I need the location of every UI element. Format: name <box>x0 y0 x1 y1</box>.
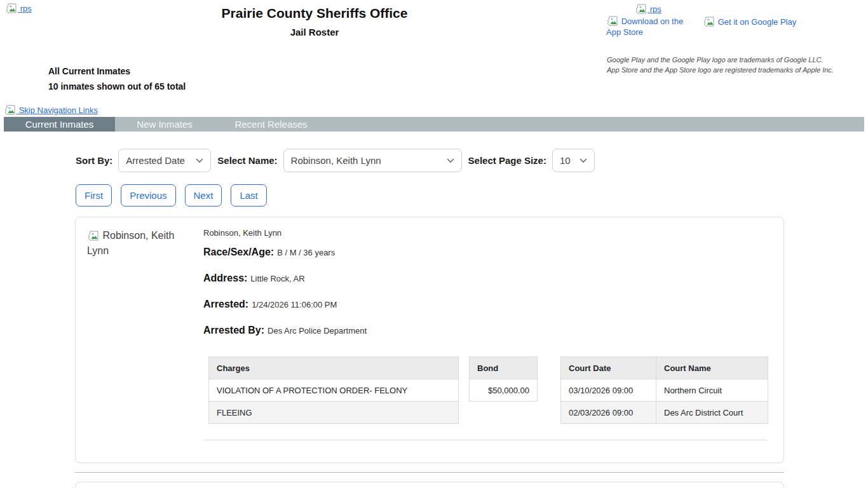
chevron-down-icon <box>189 158 203 163</box>
appstore-badge-link[interactable]: Download on the App Store <box>606 16 690 37</box>
roster-heading: All Current Inmates <box>48 64 186 79</box>
inmate-name: Robinson, Keith Lynn <box>203 228 367 238</box>
page-size-value: 10 <box>560 155 571 166</box>
page-header: rps Prairie County Sheriffs Office Jail … <box>0 0 868 100</box>
bond-table: Bond $50,000.00 <box>469 356 538 402</box>
charge-cell: FLEEING <box>209 402 459 424</box>
broken-image-icon <box>4 105 15 115</box>
charges-table: Charges VIOLATION OF A PROTECTION ORDER-… <box>208 356 459 424</box>
broken-image-icon <box>703 17 714 27</box>
race-sex-age-label: Race/Sex/Age: <box>203 247 274 257</box>
page-subtitle: Jail Roster <box>0 27 629 37</box>
googleplay-badge-link[interactable]: Get it on Google Play <box>703 17 796 27</box>
address-value: Little Rock, AR <box>250 274 304 283</box>
select-name-label: Select Name: <box>217 155 277 166</box>
court-name-header: Court Name <box>656 357 768 379</box>
bond-cell: $50,000.00 <box>470 379 538 402</box>
card-divider-rule <box>203 440 766 440</box>
app-store-block: rps Download on the App Store Get it on … <box>606 4 860 37</box>
broken-image-icon <box>635 4 646 14</box>
pagination: First Previous Next Last <box>76 184 868 207</box>
broken-image-icon <box>606 16 618 26</box>
table-row: FLEEING <box>209 402 459 424</box>
sort-by-label: Sort By: <box>76 155 112 166</box>
broken-image-icon <box>87 231 98 241</box>
table-row: VIOLATION OF A PROTECTION ORDER- FELONY <box>209 379 459 402</box>
sort-by-select[interactable]: Arrested Date <box>118 149 211 172</box>
arrested-by-label: Arrested By: <box>203 325 264 336</box>
next-inmate-card <box>75 482 784 488</box>
chevron-down-icon <box>440 158 454 163</box>
filter-controls: Sort By: Arrested Date Select Name: Robi… <box>76 149 868 172</box>
court-date-header: Court Date <box>561 357 656 379</box>
arrested-value: 1/24/2026 11:06:00 PM <box>252 300 337 309</box>
main-navbar: Current Inmates New Inmates Recent Relea… <box>4 117 864 132</box>
next-page-button[interactable]: Next <box>185 184 222 207</box>
table-row: $50,000.00 <box>470 379 538 402</box>
skip-navigation-link[interactable]: Skip Navigation Links <box>4 105 98 115</box>
last-page-button[interactable]: Last <box>231 184 266 207</box>
trademark-line-google: Google Play and the Google Play logo are… <box>607 55 836 65</box>
charges-header: Charges <box>209 357 459 379</box>
bond-header: Bond <box>470 357 538 379</box>
chevron-down-icon <box>573 158 587 163</box>
page-title: Prairie County Sheriffs Office <box>0 6 629 21</box>
tab-new-inmates[interactable]: New Inmates <box>115 117 214 132</box>
charge-cell: VIOLATION OF A PROTECTION ORDER- FELONY <box>209 379 459 402</box>
googleplay-link-text: Get it on Google Play <box>718 17 797 27</box>
page-size-label: Select Page Size: <box>468 155 546 166</box>
tab-recent-releases[interactable]: Recent Releases <box>214 117 328 132</box>
tab-current-inmates[interactable]: Current Inmates <box>4 117 115 132</box>
court-name-cell: Des Arc District Court <box>656 402 768 424</box>
court-table: Court Date Court Name 03/10/2026 09:00 N… <box>560 356 768 424</box>
roster-summary: All Current Inmates 10 inmates shown out… <box>48 64 186 94</box>
previous-page-button[interactable]: Previous <box>121 184 175 207</box>
inmate-photo: Robinson, Keith Lynn <box>87 228 193 350</box>
first-page-button[interactable]: First <box>76 184 112 207</box>
roster-count: 10 inmates shown out of 65 total <box>48 79 186 94</box>
race-sex-age-value: B / M / 36 years <box>277 248 335 257</box>
arrested-by-value: Des Arc Police Department <box>268 326 367 336</box>
app-logo-link[interactable]: rps <box>635 4 661 14</box>
select-name-value: Robinson, Keith Lynn <box>291 155 381 166</box>
title-block: Prairie County Sheriffs Office Jail Rost… <box>0 6 629 37</box>
cards-divider <box>75 472 784 473</box>
page-size-select[interactable]: 10 <box>552 149 595 172</box>
select-name-select[interactable]: Robinson, Keith Lynn <box>283 149 462 172</box>
court-name-cell: Northern Circuit <box>656 379 768 402</box>
trademark-notice: Google Play and the Google Play logo are… <box>607 55 836 75</box>
app-logo-alt-text: rps <box>650 4 661 14</box>
address-label: Address: <box>203 273 247 283</box>
skip-navigation-label: Skip Navigation Links <box>19 105 98 115</box>
court-date-cell: 03/10/2026 09:00 <box>561 379 656 402</box>
arrested-label: Arrested: <box>203 299 248 309</box>
sort-by-value: Arrested Date <box>126 155 185 166</box>
inmate-card: Robinson, Keith Lynn Robinson, Keith Lyn… <box>75 217 784 463</box>
table-row: 02/03/2026 09:00 Des Arc District Court <box>561 402 768 424</box>
trademark-line-apple: App Store and the App Store logo are reg… <box>607 65 836 75</box>
court-date-cell: 02/03/2026 09:00 <box>561 402 656 424</box>
table-row: 03/10/2026 09:00 Northern Circuit <box>561 379 768 402</box>
